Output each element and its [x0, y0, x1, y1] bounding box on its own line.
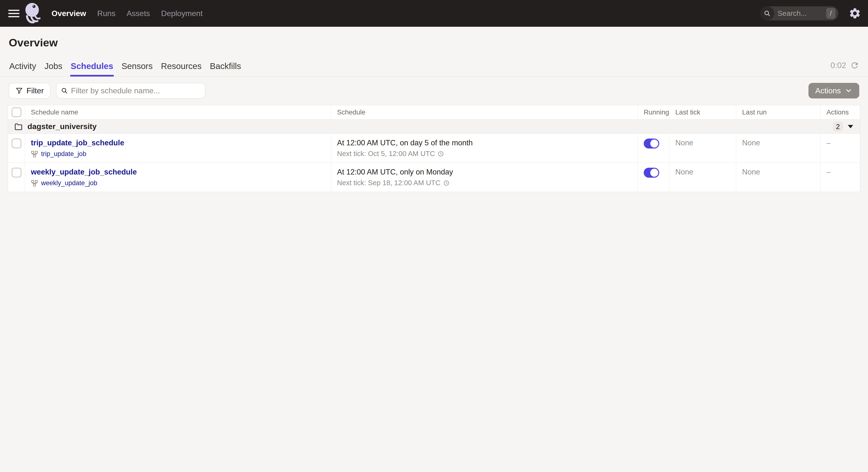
refresh-countdown: 0:02	[831, 61, 846, 70]
schedule-filter-input[interactable]	[71, 86, 201, 95]
running-toggle[interactable]	[644, 138, 659, 149]
next-tick-text: Next tick: Oct 5, 12:00 AM UTC	[337, 150, 435, 158]
actions-button-label: Actions	[815, 86, 841, 95]
select-all-checkbox[interactable]	[12, 107, 21, 117]
nav-item-assets[interactable]: Assets	[127, 9, 150, 18]
last-run-value: None	[742, 138, 760, 147]
tab-jobs[interactable]: Jobs	[44, 60, 63, 76]
row-actions-placeholder: –	[827, 168, 831, 176]
next-tick-text: Next tick: Sep 18, 12:00 AM UTC	[337, 179, 440, 187]
filter-button[interactable]: Filter	[9, 83, 50, 98]
nav-item-overview[interactable]: Overview	[52, 9, 86, 18]
repo-group-name: dagster_university	[27, 122, 97, 131]
tab-schedules[interactable]: Schedules	[70, 60, 114, 76]
column-header-actions: Actions	[820, 105, 860, 119]
tabs-bar: Activity Jobs Schedules Sensors Resource…	[0, 60, 868, 76]
tab-activity[interactable]: Activity	[9, 60, 37, 76]
search-shortcut-badge: /	[826, 8, 835, 19]
repo-group-row[interactable]: dagster_university 2	[8, 120, 860, 134]
row-checkbox[interactable]	[12, 168, 21, 178]
last-tick-value: None	[675, 168, 693, 176]
column-header-running: Running	[638, 105, 670, 119]
collapse-caret-icon[interactable]	[848, 125, 853, 128]
filter-button-label: Filter	[27, 86, 44, 95]
tab-backfills[interactable]: Backfills	[210, 60, 242, 76]
tab-resources[interactable]: Resources	[160, 60, 202, 76]
column-header-schedule-name: Schedule name	[25, 105, 331, 119]
chevron-down-icon	[845, 87, 852, 95]
hamburger-menu-button[interactable]	[7, 6, 21, 21]
folder-icon	[14, 122, 23, 131]
clock-icon	[443, 180, 450, 186]
schedule-filter-field[interactable]	[56, 83, 205, 98]
table-row: trip_update_job_schedule trip_update_job…	[8, 134, 860, 163]
row-checkbox[interactable]	[12, 138, 21, 148]
schedules-table: Schedule name Schedule Running Last tick…	[8, 105, 860, 192]
schedule-name-link[interactable]: weekly_update_job_schedule	[31, 168, 137, 177]
nav-item-runs[interactable]: Runs	[97, 9, 116, 18]
running-toggle[interactable]	[644, 168, 659, 178]
nav-item-deployment[interactable]: Deployment	[161, 9, 203, 18]
global-search[interactable]: /	[760, 6, 838, 21]
group-count-badge: 2	[833, 122, 843, 132]
toolbar: Filter Actions	[9, 83, 859, 98]
dagster-logo-icon[interactable]	[24, 3, 41, 24]
clock-icon	[437, 151, 444, 157]
job-link[interactable]: trip_update_job	[41, 150, 86, 158]
column-header-schedule: Schedule	[331, 105, 638, 119]
actions-button[interactable]: Actions	[808, 83, 859, 98]
refresh-icon[interactable]	[850, 61, 859, 70]
schedule-description: At 12:00 AM UTC, only on Monday	[337, 168, 638, 177]
gear-icon[interactable]	[848, 7, 861, 20]
search-icon	[760, 6, 774, 21]
tab-sensors[interactable]: Sensors	[121, 60, 153, 76]
funnel-icon	[15, 87, 23, 95]
search-icon	[61, 87, 68, 94]
top-nav: Overview Runs Assets Deployment /	[0, 0, 868, 27]
page-title: Overview	[9, 36, 868, 49]
job-icon	[31, 180, 38, 187]
schedule-name-link[interactable]: trip_update_job_schedule	[31, 138, 124, 147]
last-tick-value: None	[675, 138, 693, 147]
last-run-value: None	[742, 168, 760, 176]
column-header-last-run: Last run	[736, 105, 820, 119]
search-input[interactable]	[774, 9, 826, 18]
table-header-row: Schedule name Schedule Running Last tick…	[8, 105, 860, 120]
schedule-description: At 12:00 AM UTC, on day 5 of the month	[337, 138, 638, 147]
job-link[interactable]: weekly_update_job	[41, 179, 97, 187]
column-header-last-tick: Last tick	[670, 105, 736, 119]
row-actions-placeholder: –	[827, 138, 831, 147]
primary-nav: Overview Runs Assets Deployment	[52, 9, 203, 18]
table-row: weekly_update_job_schedule weekly_update…	[8, 163, 860, 192]
job-icon	[31, 151, 38, 158]
